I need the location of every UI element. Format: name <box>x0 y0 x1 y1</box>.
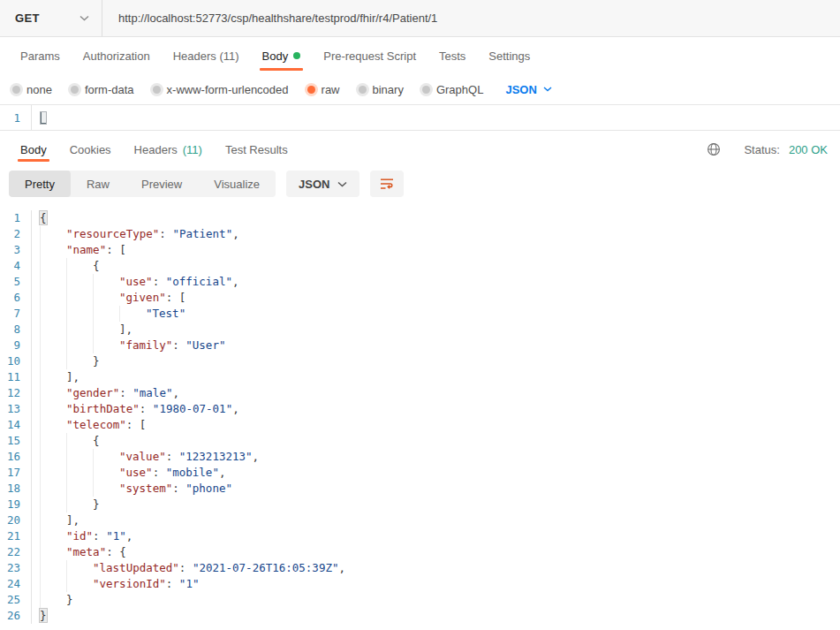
json-string: "1" <box>106 529 126 543</box>
indent-guide <box>66 258 93 274</box>
json-punct: : <box>166 450 179 463</box>
indent-guide <box>40 512 66 528</box>
chevron-down-icon <box>79 15 89 21</box>
wrap-text-button[interactable] <box>370 171 404 197</box>
code-line: 10} <box>0 353 840 369</box>
response-code[interactable]: 1{2"resourceType": "Patient",3"name": [4… <box>0 206 840 624</box>
code-content: "resourceType": "Patient", <box>32 226 239 242</box>
line-number: 3 <box>0 242 32 258</box>
indent-guide <box>66 338 93 353</box>
tab-label: Authorization <box>83 49 150 63</box>
line-number: 26 <box>0 608 32 624</box>
indent-guide <box>40 544 66 560</box>
body-type-radio-form-data[interactable]: form-data <box>71 83 134 96</box>
view-raw[interactable]: Raw <box>71 171 125 197</box>
code-content: "meta": { <box>32 544 126 560</box>
json-punct: { <box>93 434 100 447</box>
url-input[interactable]: http://localhost:52773/csp/healthshare/t… <box>102 0 840 36</box>
radio-icon <box>359 86 367 94</box>
code-line: 7"Test" <box>0 306 840 322</box>
view-visualize[interactable]: Visualize <box>198 171 276 197</box>
indent-guide <box>40 401 66 417</box>
response-tab-cookies[interactable]: Cookies <box>58 133 123 165</box>
json-string: "phone" <box>185 482 232 495</box>
response-meta-row: BodyCookiesHeaders(11)Test Results Statu… <box>0 133 840 165</box>
view-pretty[interactable]: Pretty <box>9 171 71 197</box>
json-punct: } <box>66 593 73 606</box>
request-tab-headers-11[interactable]: Headers (11) <box>162 37 251 74</box>
json-string: "User" <box>185 338 225 352</box>
request-tab-body[interactable]: Body <box>251 37 313 74</box>
json-key: "telecom" <box>66 418 126 431</box>
wrap-text-icon <box>379 177 395 191</box>
line-number: 5 <box>0 274 32 290</box>
request-tab-params[interactable]: Params <box>9 37 72 74</box>
json-string: "Patient" <box>172 227 232 240</box>
code-content: "system": "phone" <box>32 481 232 497</box>
tab-label: Body <box>20 143 47 156</box>
indent-guide <box>40 449 66 465</box>
indent-guide <box>66 465 93 481</box>
indent-guide <box>40 290 66 306</box>
indent-guide <box>40 497 66 512</box>
radio-label: binary <box>373 83 404 96</box>
indent-guide <box>66 433 93 449</box>
code-line: 11], <box>0 369 840 385</box>
json-string: "official" <box>166 275 232 288</box>
body-type-radio-none[interactable]: none <box>12 83 52 96</box>
json-punct: , <box>253 450 260 463</box>
json-punct: : <box>140 402 153 415</box>
code-content: } <box>32 353 100 369</box>
status-label: Status: <box>744 143 779 156</box>
json-key: "system" <box>119 482 172 495</box>
request-tab-pre-request-script[interactable]: Pre-request Script <box>312 37 428 74</box>
line-number: 10 <box>0 353 32 369</box>
response-tab-test-results[interactable]: Test Results <box>214 133 299 165</box>
json-key: "name" <box>66 243 106 256</box>
json-punct: , <box>172 386 179 399</box>
body-type-radio-raw[interactable]: raw <box>307 83 340 96</box>
code-line: 26} <box>0 608 840 624</box>
line-number: 4 <box>0 258 32 274</box>
http-method-select[interactable]: GET <box>0 0 102 36</box>
indent-guide <box>66 274 93 290</box>
body-type-radio-binary[interactable]: binary <box>359 83 404 96</box>
body-language-label: JSON <box>505 83 536 96</box>
code-content: ], <box>32 369 79 385</box>
json-punct: : [ <box>126 418 147 431</box>
code-content: ], <box>32 322 132 338</box>
body-language-select[interactable]: JSON <box>505 83 551 96</box>
request-tab-settings[interactable]: Settings <box>477 37 541 74</box>
json-punct: , <box>232 275 239 288</box>
indent-guide <box>40 258 66 274</box>
indent-guide <box>40 417 66 433</box>
json-string: "2021-07-26T16:05:39Z" <box>193 561 339 574</box>
json-punct: , <box>219 466 226 479</box>
line-number: 13 <box>0 401 32 417</box>
json-punct: } <box>93 354 100 368</box>
request-body-editor[interactable]: 1 <box>0 104 840 131</box>
json-punct: : <box>166 577 179 590</box>
code-line: 20], <box>0 512 840 528</box>
response-tab-body[interactable]: Body <box>9 133 58 165</box>
tab-label: Settings <box>488 49 530 63</box>
response-language-select[interactable]: JSON <box>286 171 359 197</box>
json-punct: : <box>179 561 193 574</box>
indent-guide <box>40 433 66 449</box>
code-line: 2"resourceType": "Patient", <box>0 226 840 242</box>
body-type-radio-x-www-form-urlencoded[interactable]: x-www-form-urlencoded <box>153 83 289 96</box>
line-number: 22 <box>0 544 32 560</box>
response-tab-headers[interactable]: Headers(11) <box>123 133 214 165</box>
request-tab-authorization[interactable]: Authorization <box>72 37 162 74</box>
indent-guide <box>66 481 93 497</box>
body-type-radio-graphql[interactable]: GraphQL <box>422 83 483 96</box>
chevron-down-icon <box>543 87 552 92</box>
code-line: 25} <box>0 592 840 608</box>
line-number: 11 <box>0 369 32 385</box>
request-tab-tests[interactable]: Tests <box>428 37 477 74</box>
globe-icon[interactable] <box>707 142 721 156</box>
code-content: } <box>32 592 73 608</box>
view-preview[interactable]: Preview <box>125 171 198 197</box>
indent-guide <box>40 385 66 401</box>
radio-label: x-www-form-urlencoded <box>167 83 289 96</box>
